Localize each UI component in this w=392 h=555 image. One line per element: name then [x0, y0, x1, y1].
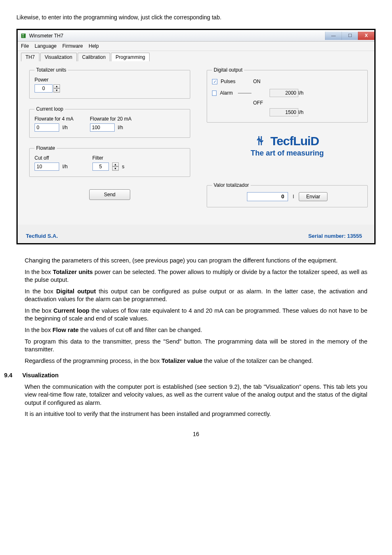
totalizer-units-legend: Totalizer units — [35, 67, 68, 73]
on-label: ON — [253, 79, 270, 84]
tab-calibration[interactable]: Calibration — [78, 53, 110, 61]
flowrate-group: Flowrate Cut off 10 l/h Filter 5 — [29, 145, 190, 177]
section-number: 9.4 — [4, 372, 12, 380]
filter-unit: s — [122, 164, 125, 170]
menu-help[interactable]: Help — [89, 43, 99, 49]
company-name: Tecfluid S.A. — [26, 233, 58, 239]
valor-unit: l — [293, 194, 294, 200]
doc-p7: Regardless of the programming process, i… — [25, 357, 367, 365]
window-controls: — ☐ X — [325, 32, 374, 40]
tab-programming[interactable]: Programming — [111, 53, 150, 61]
fr4-label: Flowrate for 4 mA — [35, 116, 74, 122]
svg-text:T: T — [22, 34, 24, 38]
fr20-label: Flowrate for 20 mA — [90, 116, 131, 122]
fr20-input[interactable]: 100 — [90, 123, 115, 132]
on-value: 2000 — [270, 89, 298, 97]
current-loop-legend: Current loop — [35, 106, 65, 112]
valor-legend: Valor totalizador — [212, 182, 251, 188]
spinner-up-icon[interactable]: ▲ — [53, 84, 60, 88]
doc-p3: In the box Digital output this output ca… — [25, 288, 367, 304]
alarm-label: Alarm — [220, 90, 233, 96]
valor-totalizador-group: Valor totalizador 0 l Enviar — [207, 182, 368, 207]
document-body: Changing the parameters of this screen, … — [16, 257, 376, 418]
filter-input[interactable]: 5 — [92, 163, 109, 171]
menu-firmware[interactable]: Firmware — [62, 43, 83, 49]
cutoff-input[interactable]: 10 — [35, 163, 59, 171]
fr4-input[interactable]: 0 — [35, 123, 59, 132]
spinner-down-icon[interactable]: ▼ — [53, 88, 60, 93]
tabbar: TH7 Visualization Calibration Programmin… — [18, 51, 374, 61]
digital-output-legend: Digital output — [212, 67, 244, 73]
doc-p4: In the box Current loop the values of fl… — [25, 307, 367, 323]
connector-line-icon — [238, 93, 251, 93]
off-value: 1500 — [270, 108, 298, 116]
brand-logo: TecfLuiD — [207, 134, 368, 148]
cutoff-unit: l/h — [62, 164, 68, 170]
totalizer-units-group: Totalizer units Power 0 ▲ ▼ — [29, 67, 190, 99]
alarm-checkbox[interactable] — [212, 91, 217, 96]
tab-visualization[interactable]: Visualization — [40, 53, 77, 61]
app-icon: T — [20, 33, 27, 39]
titlebar: T Winsmeter TH7 — ☐ X — [18, 30, 374, 42]
on-unit: l/h — [298, 90, 311, 96]
brand-area: TecfLuiD The art of measuring — [207, 134, 368, 158]
power-spinner[interactable]: ▲ ▼ — [53, 84, 60, 93]
pulses-checkbox[interactable]: ✓ — [212, 79, 217, 84]
close-button[interactable]: X — [358, 32, 374, 40]
doc-p1: Changing the parameters of this screen, … — [25, 257, 367, 265]
window-footer: Tecfluid S.A. Serial number: 13555 — [18, 225, 374, 243]
enviar-button[interactable]: Enviar — [299, 192, 327, 201]
maximize-button[interactable]: ☐ — [341, 32, 358, 40]
intro-text: Likewise, to enter into the programming … — [16, 14, 376, 21]
section-title: Visualization — [22, 372, 58, 380]
filter-label: Filter — [92, 155, 125, 161]
fr4-unit: l/h — [62, 125, 68, 130]
current-loop-group: Current loop Flowrate for 4 mA 0 l/h Flo… — [29, 106, 190, 138]
window-body: Totalizer units Power 0 ▲ ▼ Current loop… — [18, 61, 374, 225]
power-label: Power — [35, 77, 185, 83]
off-unit: l/h — [298, 109, 311, 115]
window-title: Winsmeter TH7 — [29, 33, 325, 39]
spinner-down-icon[interactable]: ▼ — [112, 167, 119, 171]
menu-file[interactable]: File — [21, 43, 29, 49]
power-input[interactable]: 0 — [35, 84, 53, 93]
digital-output-group: Digital output ✓ Pulses ON Alarm 2000 — [207, 67, 368, 123]
serial-number: Serial number: 13555 — [308, 233, 362, 239]
doc-p6: To program this data to the transmitter,… — [25, 338, 367, 354]
filter-spinner[interactable]: ▲ ▼ — [112, 163, 119, 171]
pulses-label: Pulses — [221, 79, 235, 84]
tab-th7[interactable]: TH7 — [21, 53, 39, 61]
brand-tagline: The art of measuring — [207, 149, 368, 158]
minimize-button[interactable]: — — [325, 32, 341, 40]
send-button[interactable]: Send — [89, 189, 130, 200]
flowrate-legend: Flowrate — [35, 145, 57, 151]
doc-p5: In the box Flow rate the values of cut o… — [25, 326, 367, 334]
page-number: 16 — [16, 431, 376, 437]
menu-language[interactable]: Language — [35, 43, 56, 49]
fr20-unit: l/h — [118, 125, 123, 130]
doc-p9: It is an intuitive tool to verify that t… — [25, 410, 367, 418]
off-label: OFF — [253, 100, 270, 106]
section-heading: 9.4 Visualization — [4, 372, 367, 380]
doc-p2: In the box Totalizer units power can be … — [25, 268, 367, 284]
cutoff-label: Cut off — [35, 155, 68, 161]
app-window: T Winsmeter TH7 — ☐ X File Language Firm… — [16, 29, 376, 244]
menubar: File Language Firmware Help — [18, 42, 374, 51]
doc-p8: When the communication with the computer… — [25, 383, 367, 407]
valor-input[interactable]: 0 — [247, 192, 288, 201]
spinner-up-icon[interactable]: ▲ — [112, 163, 119, 167]
